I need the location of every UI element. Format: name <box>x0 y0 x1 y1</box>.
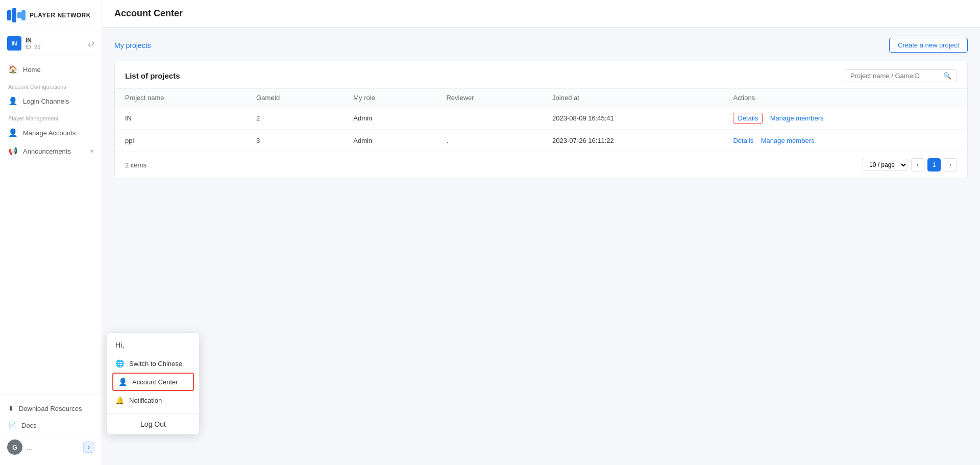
table-body: IN 2 Admin 2023-08-09 16:45:41 Details M… <box>115 107 967 152</box>
popup-account-center[interactable]: 👤 Account Center <box>112 373 194 391</box>
col-joined-at: Joined at <box>542 89 723 107</box>
sidebar-item-manage-accounts[interactable]: 👤 Manage Accounts <box>0 124 102 142</box>
svg-rect-3 <box>21 10 26 20</box>
user-info: IN ID: 29 <box>26 37 84 50</box>
col-gameid: GameId <box>246 89 343 107</box>
sidebar-logo: PLAYER NETWORK <box>0 0 102 31</box>
login-channels-icon: 👤 <box>8 96 18 106</box>
cell-actions: Details Manage members <box>723 107 967 130</box>
popup-menu: Hi, 🌐 Switch to Chinese 👤 Account Center… <box>107 333 199 434</box>
sidebar-item-label: Home <box>23 66 41 74</box>
cell-gameid: 3 <box>246 130 343 152</box>
details-link[interactable]: Details <box>733 113 763 124</box>
player-network-logo-icon <box>7 8 26 22</box>
sidebar: PLAYER NETWORK IN IN ID: 29 ⇄ 🏠 Home Acc… <box>0 0 102 465</box>
svg-rect-0 <box>7 10 11 20</box>
sidebar-nav: 🏠 Home Account Configurations 👤 Login Ch… <box>0 56 102 395</box>
popup-switch-label: Switch to Chinese <box>129 360 182 368</box>
cell-project-name: ppl <box>115 130 246 152</box>
create-new-project-button[interactable]: Create a new project <box>889 38 968 53</box>
table-row: IN 2 Admin 2023-08-09 16:45:41 Details M… <box>115 107 967 130</box>
manage-accounts-icon: 👤 <box>8 128 18 137</box>
download-label: Download Resources <box>19 405 82 412</box>
cell-gameid: 2 <box>246 107 343 130</box>
user-avatar: G <box>7 439 22 455</box>
projects-card: List of projects 🔍 Project name GameId M… <box>114 61 968 178</box>
items-count: 2 items <box>125 161 146 169</box>
announcements-icon: 📢 <box>8 146 18 156</box>
projects-card-header: List of projects 🔍 <box>115 61 967 89</box>
col-my-role: My role <box>343 89 436 107</box>
docs-icon: 📄 <box>8 422 16 429</box>
popup-notification[interactable]: 🔔 Notification <box>107 391 199 409</box>
projects-table: Project name GameId My role Reviewer Joi… <box>115 89 967 152</box>
user-bottom-name: ... <box>27 444 79 451</box>
main-content: Account Center My projects Create a new … <box>102 0 980 465</box>
sidebar-bottom: ⬇ Download Resources 📄 Docs G ... › <box>0 395 102 465</box>
globe-icon: 🌐 <box>115 359 124 368</box>
user-section[interactable]: IN IN ID: 29 ⇄ <box>0 31 102 56</box>
expand-button[interactable]: › <box>83 442 94 453</box>
logo-text: PLAYER NETWORK <box>30 12 91 19</box>
table-header-row: Project name GameId My role Reviewer Joi… <box>115 89 967 107</box>
manage-members-link[interactable]: Manage members <box>761 137 815 144</box>
next-page-button[interactable]: › <box>944 158 957 172</box>
user-name: IN <box>26 37 84 44</box>
main-body: My projects Create a new project List of… <box>102 28 980 465</box>
cell-reviewer: . <box>436 130 542 152</box>
col-project-name: Project name <box>115 89 246 107</box>
switch-account-icon[interactable]: ⇄ <box>88 39 94 48</box>
search-box[interactable]: 🔍 <box>845 69 957 82</box>
popup-notification-label: Notification <box>129 397 162 404</box>
notification-icon: 🔔 <box>115 396 124 404</box>
main-header: Account Center <box>102 0 980 28</box>
cell-joined-at: 2023-07-26 16:11:22 <box>542 130 723 152</box>
manage-members-link[interactable]: Manage members <box>770 114 824 122</box>
cell-my-role: Admin <box>343 130 436 152</box>
docs-label: Docs <box>21 422 37 429</box>
svg-rect-2 <box>17 12 21 18</box>
sidebar-item-announcements[interactable]: 📢 Announcements ▾ <box>0 142 102 160</box>
sidebar-item-login-channels[interactable]: 👤 Login Channels <box>0 92 102 110</box>
section-label-account-config: Account Configurations <box>0 79 102 92</box>
sidebar-item-label: Manage Accounts <box>23 129 76 137</box>
cell-joined-at: 2023-08-09 16:45:41 <box>542 107 723 130</box>
logout-button[interactable]: Log Out <box>107 414 199 434</box>
sidebar-item-label: Login Channels <box>23 97 69 105</box>
col-reviewer: Reviewer <box>436 89 542 107</box>
sidebar-download-resources[interactable]: ⬇ Download Resources <box>0 400 102 417</box>
prev-page-button[interactable]: ‹ <box>911 158 924 172</box>
account-center-icon: 👤 <box>118 378 127 386</box>
section-label-player-mgmt: Player Management <box>0 110 102 124</box>
projects-table-wrap: Project name GameId My role Reviewer Joi… <box>115 89 967 152</box>
table-footer: 2 items 10 / page 20 / page 50 / page ‹ … <box>115 152 967 178</box>
popup-switch-language[interactable]: 🌐 Switch to Chinese <box>107 354 199 373</box>
search-input[interactable] <box>850 72 940 80</box>
page-1-button[interactable]: 1 <box>927 158 941 172</box>
sidebar-item-home[interactable]: 🏠 Home <box>0 60 102 79</box>
popup-account-center-label: Account Center <box>132 378 178 386</box>
col-actions: Actions <box>723 89 967 107</box>
cell-project-name: IN <box>115 107 246 130</box>
page-size-select[interactable]: 10 / page 20 / page 50 / page <box>863 159 908 171</box>
pagination: 10 / page 20 / page 50 / page ‹ 1 › <box>863 158 957 172</box>
home-icon: 🏠 <box>8 65 18 74</box>
page-title: Account Center <box>114 8 968 19</box>
popup-logout-section: Log Out <box>107 413 199 434</box>
user-bottom-section[interactable]: G ... › <box>0 434 102 460</box>
sidebar-item-label: Announcements <box>23 148 71 155</box>
svg-rect-1 <box>12 8 16 22</box>
projects-header: My projects Create a new project <box>114 38 968 53</box>
search-icon: 🔍 <box>943 72 951 80</box>
popup-greeting: Hi, <box>107 339 199 354</box>
chevron-down-icon: ▾ <box>90 148 93 155</box>
cell-my-role: Admin <box>343 107 436 130</box>
table-row: ppl 3 Admin . 2023-07-26 16:11:22 Detail… <box>115 130 967 152</box>
sidebar-docs[interactable]: 📄 Docs <box>0 417 102 434</box>
avatar: IN <box>7 36 21 51</box>
details-link[interactable]: Details <box>733 137 753 144</box>
user-id: ID: 29 <box>26 44 84 50</box>
list-title: List of projects <box>125 71 180 80</box>
download-icon: ⬇ <box>8 405 14 412</box>
my-projects-link[interactable]: My projects <box>114 41 151 50</box>
